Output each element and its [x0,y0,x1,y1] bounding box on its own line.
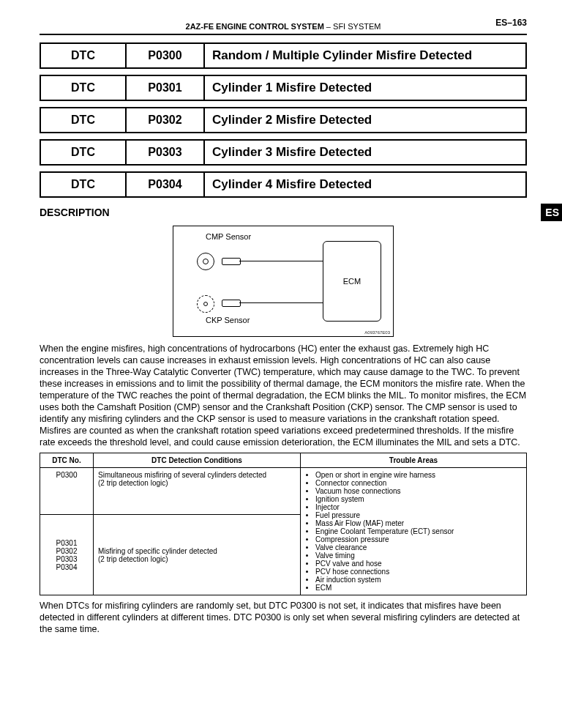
th-cond: DTC Detection Conditions [94,453,301,468]
dtc-code: P0301 [126,75,204,100]
dtc-code: P0300 [126,43,204,68]
trouble-list: Open or short in engine wire harnessConn… [305,471,522,592]
trouble-item: PCV hose connections [315,568,522,576]
dtc-row-1: DTC P0301 Cylinder 1 Misfire Detected [40,75,527,101]
trouble-item: Connector connection [315,479,522,487]
th-trouble: Trouble Areas [301,453,527,468]
connector-icon [222,258,241,265]
dtc-code: P0302 [126,108,204,133]
ckp-sensor-icon [197,295,214,313]
header-dash: – [324,22,333,31]
page: 2AZ-FE ENGINE CONTROL SYSTEM – SFI SYSTE… [0,0,562,661]
dtc-code: P0303 [126,140,204,165]
dtc-desc: Random / Multiple Cylinder Misfire Detec… [204,43,526,68]
section-tab: ES [541,204,562,221]
dtc-row-0: DTC P0300 Random / Multiple Cylinder Mis… [40,42,527,69]
header-right-title: SFI SYSTEM [333,22,381,31]
sensor-diagram: CMP Sensor CKP Sensor ECM A093767E03 [173,226,394,337]
trouble-item: Valve timing [315,551,522,560]
header-title: 2AZ-FE ENGINE CONTROL SYSTEM – SFI SYSTE… [186,22,381,31]
description-paragraph: When the engine misfires, high concentra… [40,343,527,448]
trouble-item: Mass Air Flow (MAF) meter [315,519,522,527]
cell-cond: Simultaneous misfiring of several cylind… [94,468,301,515]
wire-icon [239,261,323,261]
dtc-row-3: DTC P0303 Cylinder 3 Misfire Detected [40,139,527,166]
dtc-label: DTC [40,172,126,197]
trouble-item: Fuel pressure [315,511,522,519]
trouble-item: Engine Coolant Temperature (ECT) sensor [315,527,522,535]
description-heading: DESCRIPTION [40,207,110,218]
cmp-sensor-icon [197,253,214,270]
th-dtc: DTC No. [40,453,94,468]
dtc-desc: Cylinder 1 Misfire Detected [204,75,526,100]
header-left: 2AZ-FE ENGINE CONTROL SYSTEM [186,22,324,31]
trouble-item: Ignition system [315,495,522,503]
dtc-desc: Cylinder 2 Misfire Detected [204,108,526,133]
trouble-item: ECM [315,584,522,592]
dtc-label: DTC [40,75,126,100]
connector-icon [222,300,241,307]
description-row: DESCRIPTION ES [40,204,527,221]
dtc-row-2: DTC P0302 Cylinder 2 Misfire Detected [40,107,527,133]
cell-dtc: P0300 [40,468,94,515]
trouble-item: PCV valve and hose [315,560,522,568]
ckp-label: CKP Sensor [206,316,250,324]
dtc-row-4: DTC P0304 Cylinder 4 Misfire Detected [40,171,527,198]
trouble-item: Injector [315,503,522,511]
dtc-desc: Cylinder 4 Misfire Detected [204,172,526,197]
trouble-item: Valve clearance [315,543,522,551]
wire-icon [239,302,323,303]
trouble-item: Air induction system [315,576,522,584]
diagram-container: CMP Sensor CKP Sensor ECM A093767E03 [40,226,527,337]
cmp-label: CMP Sensor [206,232,251,241]
cell-trouble: Open or short in engine wire harnessConn… [301,468,527,595]
ecm-box: ECM [323,241,381,322]
dtc-code: P0304 [126,172,204,197]
cell-dtc: P0301 P0302 P0303 P0304 [40,515,94,595]
dtc-label: DTC [40,108,126,133]
closing-paragraph: When DTCs for misfiring cylinders are ra… [40,600,527,635]
page-header: 2AZ-FE ENGINE CONTROL SYSTEM – SFI SYSTE… [40,22,527,35]
page-number: ES–163 [495,18,527,28]
trouble-item: Vacuum hose connections [315,487,522,495]
trouble-item: Open or short in engine wire harness [315,471,522,479]
dtc-label: DTC [40,140,126,165]
conditions-table: DTC No. DTC Detection Conditions Trouble… [40,453,527,595]
dtc-desc: Cylinder 3 Misfire Detected [204,140,526,165]
figure-number: A093767E03 [364,330,390,335]
trouble-item: Compression pressure [315,535,522,543]
cell-cond: Misfiring of specific cylinder detected … [94,515,301,595]
dtc-label: DTC [40,43,126,68]
